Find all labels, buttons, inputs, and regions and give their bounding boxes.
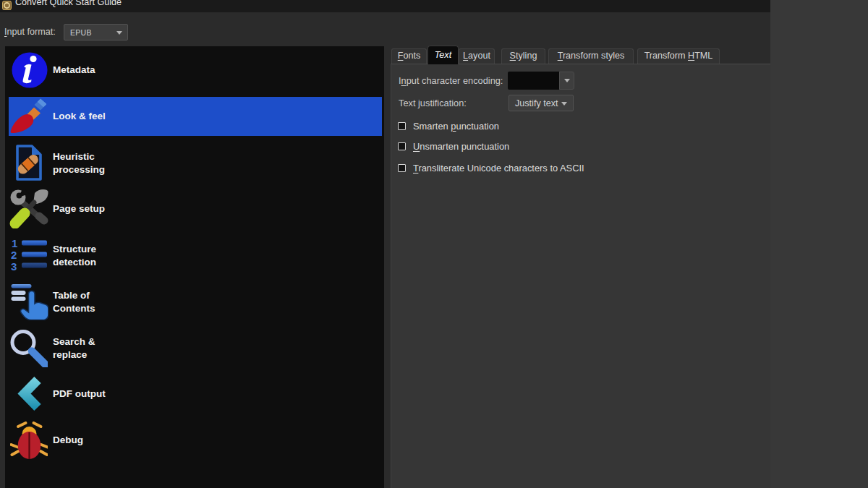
svg-text:1: 1 <box>12 238 17 249</box>
svg-text:2: 2 <box>11 249 17 261</box>
svg-text:3: 3 <box>11 260 17 273</box>
